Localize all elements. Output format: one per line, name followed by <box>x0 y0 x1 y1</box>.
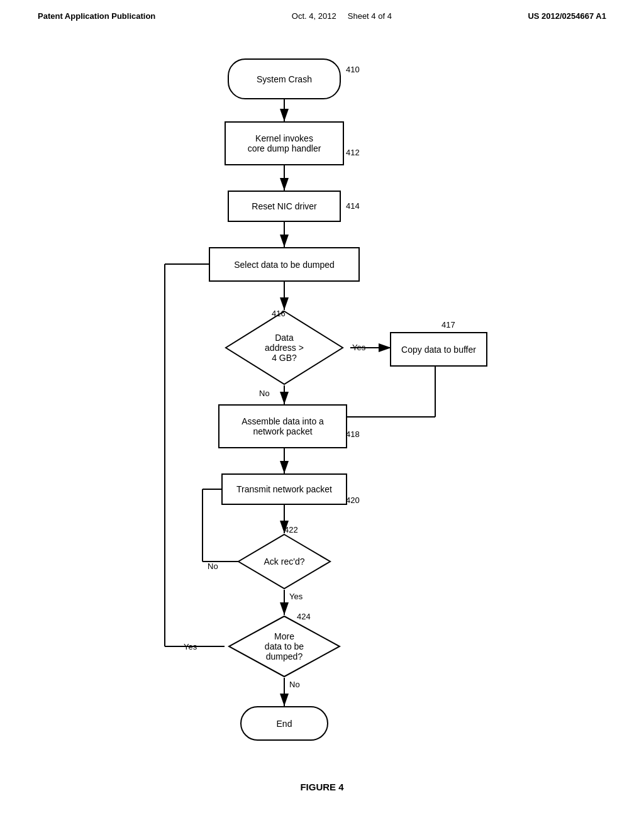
select-data-node: Select data to be dumped <box>209 247 360 282</box>
yes-label-2: Yes <box>289 592 303 601</box>
copy-buffer-label: Copy data to buffer <box>401 345 476 355</box>
no-label-1: No <box>259 389 270 398</box>
label-424: 424 <box>297 612 311 621</box>
label-418: 418 <box>346 429 360 439</box>
label-412: 412 <box>346 148 360 157</box>
transmit-label: Transmit network packet <box>236 484 332 494</box>
header-date: Oct. 4, 2012 <box>292 11 336 21</box>
page-header: Patent Application Publication Oct. 4, 2… <box>0 0 644 27</box>
kernel-label: Kernel invokescore dump handler <box>248 133 321 153</box>
header-left: Patent Application Publication <box>38 11 155 21</box>
figure-caption: FIGURE 4 <box>0 782 644 792</box>
data-addr-label: Dataaddress >4 GB? <box>265 333 304 363</box>
copy-buffer-node: Copy data to buffer <box>390 332 487 367</box>
header-mid: Oct. 4, 2012 Sheet 4 of 4 <box>292 11 392 21</box>
ack-label: Ack rec'd? <box>264 556 305 567</box>
header-sheet: Sheet 4 of 4 <box>348 11 392 21</box>
transmit-node: Transmit network packet <box>221 473 347 505</box>
header-right: US 2012/0254667 A1 <box>528 11 606 21</box>
more-data-node: Moredata to bedumped? <box>228 615 341 678</box>
assemble-node: Assemble data into anetwork packet <box>218 404 347 448</box>
data-addr-node: Dataaddress >4 GB? <box>225 310 344 385</box>
label-410: 410 <box>346 65 360 74</box>
label-417: 417 <box>441 320 455 329</box>
yes-label-1: Yes <box>352 343 365 352</box>
end-label: End <box>277 719 292 729</box>
flowchart: System Crash 410 Kernel invokescore dump… <box>102 46 542 763</box>
more-data-label: Moredata to bedumped? <box>265 631 304 661</box>
no-label-2: No <box>208 562 218 571</box>
system-crash-node: System Crash <box>228 58 341 99</box>
assemble-label: Assemble data into anetwork packet <box>242 416 324 436</box>
label-414: 414 <box>346 201 360 211</box>
end-node: End <box>240 706 328 741</box>
reset-nic-label: Reset NIC driver <box>252 201 316 211</box>
no-label-3: No <box>289 680 300 689</box>
label-416: 416 <box>272 309 286 318</box>
label-422: 422 <box>284 525 298 534</box>
label-420: 420 <box>346 495 360 505</box>
system-crash-label: System Crash <box>257 74 312 84</box>
kernel-node: Kernel invokescore dump handler <box>225 121 344 165</box>
select-data-label: Select data to be dumped <box>234 260 335 270</box>
ack-node: Ack rec'd? <box>237 533 331 590</box>
yes-label-3: Yes <box>184 642 197 651</box>
reset-nic-node: Reset NIC driver <box>228 191 341 222</box>
